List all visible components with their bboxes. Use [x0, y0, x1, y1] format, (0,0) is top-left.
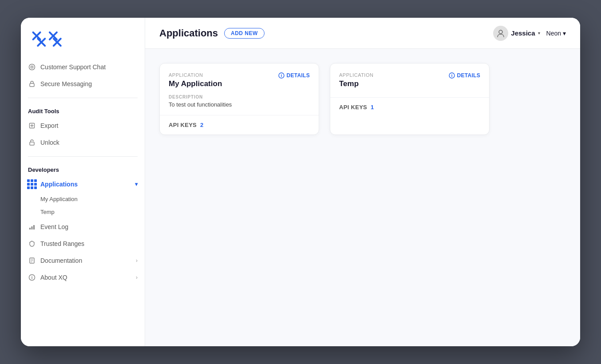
chart-icon	[28, 223, 36, 231]
sidebar-item-label: Applications	[40, 181, 78, 188]
app-card-1-api-keys-count: 2	[200, 122, 203, 128]
app-card-2-api-keys-label: API KEYS	[339, 104, 367, 111]
svg-rect-13	[29, 228, 31, 229]
info-circle-icon-2	[449, 72, 455, 79]
chat-icon	[28, 63, 36, 71]
trusted-icon	[28, 240, 36, 248]
sidebar: Customer Support Chat Secure Messaging A…	[21, 18, 145, 346]
sidebar-item-label: Secure Messaging	[40, 80, 92, 87]
app-card-1-desc-text: To test out functionalities	[169, 101, 310, 108]
app-card-2: Application Temp DETAILS	[330, 63, 490, 135]
sidebar-item-customer-support[interactable]: Customer Support Chat	[21, 59, 145, 75]
app-card-2-details-link[interactable]: DETAILS	[449, 72, 480, 79]
content-area: Application My Application DETAILS	[145, 49, 580, 346]
app-window: Customer Support Chat Secure Messaging A…	[21, 18, 580, 346]
user-name: Jessica	[511, 29, 535, 37]
export-icon	[28, 122, 36, 130]
topbar-left: Applications ADD NEW	[159, 28, 265, 39]
svg-rect-12	[30, 142, 34, 145]
app-card-2-header: Application Temp DETAILS	[339, 72, 480, 88]
svg-point-21	[281, 74, 282, 75]
sidebar-item-label: Event Log	[40, 223, 68, 230]
svg-rect-10	[30, 83, 34, 87]
sidebar-item-documentation[interactable]: Documentation ›	[21, 252, 145, 269]
topbar-right: Jessica ▾ Neon ▾	[493, 26, 566, 41]
svg-point-23	[452, 74, 452, 75]
user-menu[interactable]: Jessica ▾	[493, 26, 540, 41]
chevron-right-icon: ›	[136, 257, 138, 264]
sidebar-item-label: Export	[40, 122, 58, 129]
apps-icon	[28, 180, 36, 188]
app-card-1-header: Application My Application DETAILS	[169, 72, 310, 88]
svg-point-8	[29, 64, 35, 70]
sidebar-sub-item-my-application[interactable]: My Application	[21, 193, 145, 206]
add-new-button[interactable]: ADD NEW	[224, 28, 265, 39]
sidebar-item-event-log[interactable]: Event Log	[21, 218, 145, 235]
app-card-2-top: Application Temp DETAILS	[330, 63, 489, 98]
developers-label: Developers	[21, 162, 145, 176]
doc-icon	[28, 257, 36, 265]
sidebar-item-export[interactable]: Export	[21, 117, 145, 134]
divider-2	[28, 156, 138, 157]
svg-point-18	[32, 276, 32, 277]
theme-name: Neon	[546, 30, 561, 37]
app-card-2-name: Temp	[339, 79, 373, 88]
svg-point-9	[31, 66, 33, 68]
user-dropdown-arrow: ▾	[538, 31, 540, 36]
info-circle-icon	[278, 72, 285, 79]
info-icon	[28, 273, 36, 281]
sidebar-item-unlock[interactable]: Unlock	[21, 134, 145, 151]
sidebar-item-label: About XQ	[40, 274, 67, 281]
app-card-1-name: My Application	[169, 79, 222, 88]
svg-point-19	[499, 30, 502, 34]
avatar	[493, 26, 508, 41]
divider-1	[28, 98, 138, 98]
sidebar-item-label: Trusted Ranges	[40, 240, 84, 247]
app-card-1-api-keys-label: API KEYS	[169, 122, 197, 128]
app-card-1-details-link[interactable]: DETAILS	[278, 72, 310, 79]
sidebar-item-label: Documentation	[40, 257, 82, 264]
main-content: Applications ADD NEW Jessica ▾ Neon	[145, 18, 580, 346]
topbar: Applications ADD NEW Jessica ▾ Neon	[145, 18, 580, 49]
sidebar-sub-item-temp[interactable]: Temp	[21, 206, 145, 218]
sidebar-item-label: Customer Support Chat	[40, 63, 106, 71]
unlock-icon	[28, 138, 36, 146]
lock-icon	[28, 80, 36, 88]
svg-rect-15	[33, 225, 35, 229]
app-card-1-label: Application	[169, 72, 222, 78]
sidebar-item-trusted-ranges[interactable]: Trusted Ranges	[21, 235, 145, 252]
applications-grid: Application My Application DETAILS	[159, 63, 566, 135]
app-card-2-label: Application	[339, 72, 373, 78]
sidebar-item-secure-messaging[interactable]: Secure Messaging	[21, 75, 145, 92]
chevron-down-icon: ▾	[135, 181, 138, 187]
xq-logo	[32, 30, 67, 48]
theme-selector[interactable]: Neon ▾	[546, 30, 566, 37]
page-title: Applications	[159, 28, 218, 39]
app-card-1-desc-label: DESCRIPTION	[169, 95, 310, 99]
logo-area	[21, 18, 145, 59]
theme-dropdown-arrow: ▾	[563, 30, 566, 37]
svg-rect-14	[32, 226, 33, 229]
app-card-1: Application My Application DETAILS	[159, 63, 319, 135]
app-card-1-bottom: API KEYS 2	[160, 115, 319, 135]
app-card-2-bottom: API KEYS 1	[330, 98, 489, 117]
sidebar-item-applications[interactable]: Applications ▾	[21, 176, 145, 193]
chevron-right-icon-2: ›	[136, 274, 138, 281]
app-card-1-top: Application My Application DETAILS	[160, 63, 319, 115]
audit-tools-label: Audit Tools	[21, 103, 145, 117]
sidebar-item-about-xq[interactable]: About XQ ›	[21, 269, 145, 286]
sidebar-item-label: Unlock	[40, 139, 59, 146]
app-card-2-api-keys-count: 1	[371, 104, 374, 111]
